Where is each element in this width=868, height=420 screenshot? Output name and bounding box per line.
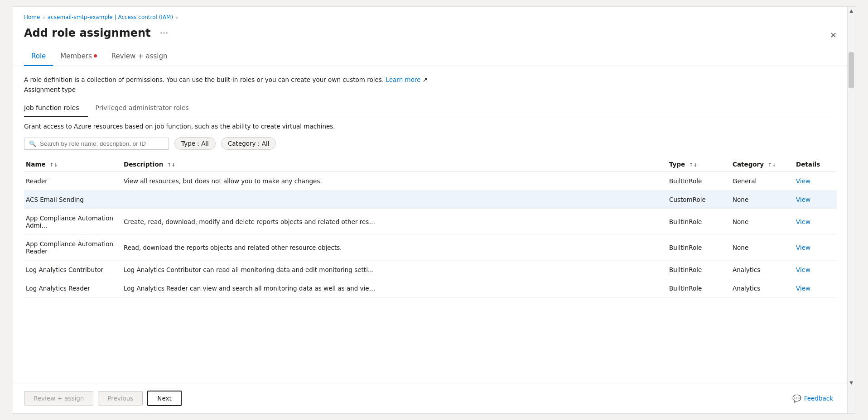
cell-type-2: BuiltInRole <box>669 209 733 235</box>
type-filter-pill[interactable]: Type : All <box>174 137 216 150</box>
search-input[interactable] <box>40 140 164 147</box>
sort-cat-icon: ↑↓ <box>768 162 776 168</box>
cell-details-2[interactable]: View <box>796 209 837 235</box>
table-header-row: Name ↑↓ Description ↑↓ Type ↑↓ Categor <box>24 157 837 172</box>
cell-desc-4: Log Analytics Contributor can read all m… <box>124 261 669 279</box>
tab-role[interactable]: Role <box>24 48 53 66</box>
toolbar: 🔍 Type : All Category : All <box>24 137 837 150</box>
subtabs: Job function roles Privileged administra… <box>24 100 837 117</box>
cell-category-1: None <box>733 191 796 209</box>
search-box[interactable]: 🔍 <box>24 138 169 150</box>
roles-table-container: Name ↑↓ Description ↑↓ Type ↑↓ Categor <box>24 157 837 383</box>
cell-desc-1 <box>124 191 669 209</box>
cell-type-0: BuiltInRole <box>669 172 733 191</box>
cell-desc-2: Create, read, download, modify and delet… <box>124 209 669 235</box>
footer: Review + assign Previous Next 💬 Feedback <box>13 383 855 413</box>
sort-desc-icon: ↑↓ <box>167 162 175 168</box>
table-row[interactable]: Log Analytics Reader Log Analytics Reade… <box>24 279 837 298</box>
breadcrumb-sep2: › <box>176 14 178 20</box>
cell-details-1[interactable]: View <box>796 191 837 209</box>
cell-name-4: Log Analytics Contributor <box>24 261 124 279</box>
col-header-category[interactable]: Category ↑↓ <box>733 157 796 172</box>
cell-details-5[interactable]: View <box>796 279 837 298</box>
feedback-icon: 💬 <box>792 394 801 403</box>
cell-type-4: BuiltInRole <box>669 261 733 279</box>
col-header-details: Details <box>796 157 837 172</box>
page-header: Add role assignment ··· <box>13 24 855 48</box>
sort-name-icon: ↑↓ <box>49 162 58 168</box>
table-row[interactable]: Reader View all resources, but does not … <box>24 172 837 191</box>
cell-name-0: Reader <box>24 172 124 191</box>
cell-details-0[interactable]: View <box>796 172 837 191</box>
roles-table: Name ↑↓ Description ↑↓ Type ↑↓ Categor <box>24 157 837 298</box>
scrollbar-thumb[interactable] <box>849 52 854 88</box>
members-dot <box>94 54 97 57</box>
breadcrumb: Home › acsemail-smtp-example | Access co… <box>13 7 855 24</box>
cell-type-3: BuiltInRole <box>669 235 733 261</box>
cell-name-5: Log Analytics Reader <box>24 279 124 298</box>
sort-type-icon: ↑↓ <box>689 162 697 168</box>
cell-category-4: Analytics <box>733 261 796 279</box>
learn-more-link[interactable]: Learn more <box>386 76 420 83</box>
subtab-description: Grant access to Azure resources based on… <box>24 123 837 130</box>
main-content: A role definition is a collection of per… <box>13 66 855 383</box>
cell-desc-3: Read, download the reports objects and r… <box>124 235 669 261</box>
breadcrumb-home[interactable]: Home <box>24 14 40 20</box>
search-icon: 🔍 <box>29 140 36 147</box>
review-assign-button[interactable]: Review + assign <box>24 391 93 406</box>
col-header-description[interactable]: Description ↑↓ <box>124 157 669 172</box>
page-title: Add role assignment <box>24 27 151 39</box>
tab-members[interactable]: Members <box>53 48 104 66</box>
add-role-assignment-panel: ▲ ▼ Home › acsemail-smtp-example | Acces… <box>13 6 855 414</box>
cell-category-5: Analytics <box>733 279 796 298</box>
cell-category-0: General <box>733 172 796 191</box>
close-button[interactable]: ✕ <box>826 29 840 42</box>
subtab-privileged-admin[interactable]: Privileged administrator roles <box>95 100 198 117</box>
breadcrumb-resource[interactable]: acsemail-smtp-example | Access control (… <box>48 14 173 20</box>
main-tabs: Role Members Review + assign <box>13 48 855 66</box>
cell-details-4[interactable]: View <box>796 261 837 279</box>
cell-category-2: None <box>733 209 796 235</box>
table-row[interactable]: App Compliance Automation Admi... Create… <box>24 209 837 235</box>
breadcrumb-sep1: › <box>43 14 44 20</box>
scrollbar-up[interactable]: ▲ <box>848 7 855 14</box>
col-header-type[interactable]: Type ↑↓ <box>669 157 733 172</box>
cell-category-3: None <box>733 235 796 261</box>
subtab-job-function[interactable]: Job function roles <box>24 100 88 117</box>
role-description: A role definition is a collection of per… <box>24 75 837 84</box>
previous-button[interactable]: Previous <box>98 391 143 406</box>
tab-review-assign[interactable]: Review + assign <box>104 48 175 66</box>
cell-details-3[interactable]: View <box>796 235 837 261</box>
col-header-name[interactable]: Name ↑↓ <box>24 157 124 172</box>
cell-name-3: App Compliance Automation Reader <box>24 235 124 261</box>
cell-desc-5: Log Analytics Reader can view and search… <box>124 279 669 298</box>
cell-type-1: CustomRole <box>669 191 733 209</box>
ellipsis-button[interactable]: ··· <box>156 26 172 40</box>
table-row[interactable]: ACS Email Sending CustomRole None View <box>24 191 837 209</box>
assignment-type-label: Assignment type <box>24 86 837 93</box>
cell-type-5: BuiltInRole <box>669 279 733 298</box>
table-row[interactable]: App Compliance Automation Reader Read, d… <box>24 235 837 261</box>
category-filter-pill[interactable]: Category : All <box>221 137 276 150</box>
cell-name-2: App Compliance Automation Admi... <box>24 209 124 235</box>
cell-name-1: ACS Email Sending <box>24 191 124 209</box>
cell-desc-0: View all resources, but does not allow y… <box>124 172 669 191</box>
scrollbar-down[interactable]: ▼ <box>848 379 855 386</box>
table-row[interactable]: Log Analytics Contributor Log Analytics … <box>24 261 837 279</box>
next-button[interactable]: Next <box>147 391 181 406</box>
feedback-button[interactable]: 💬 Feedback <box>792 394 833 403</box>
